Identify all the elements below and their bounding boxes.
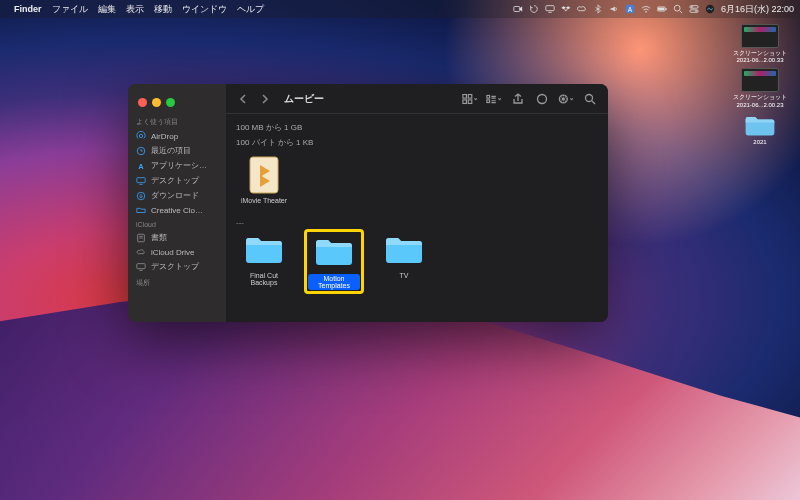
desktop-screenshot-2[interactable]: スクリーンショット 2021-06...2.00.23 — [730, 68, 790, 108]
desktop-icon — [136, 176, 146, 186]
svg-rect-22 — [468, 94, 472, 98]
search-button[interactable] — [582, 92, 598, 106]
folder-item[interactable]: Motion Templates — [306, 231, 362, 292]
desktop-item-label: スクリーンショット 2021-06...2.00.33 — [730, 50, 790, 64]
spotlight-icon[interactable] — [673, 4, 683, 14]
share-button[interactable] — [510, 92, 526, 106]
menu-edit[interactable]: 編集 — [98, 3, 116, 16]
sidebar-item-label: デスクトップ — [151, 175, 199, 186]
menubar-clock[interactable]: 6月16日(水) 22:00 — [721, 3, 794, 16]
group-label: 100 バイト から 1 KB — [236, 137, 598, 148]
finder-toolbar: ムービー — [226, 84, 608, 114]
window-title: ムービー — [284, 92, 324, 106]
battery-icon[interactable] — [657, 4, 667, 14]
group-button[interactable] — [486, 92, 502, 106]
sidebar-item-desktop[interactable]: デスクトップ — [128, 173, 226, 188]
folder-icon — [136, 205, 146, 215]
menu-file[interactable]: ファイル — [52, 3, 88, 16]
svg-rect-23 — [463, 99, 467, 103]
sidebar-item-airdrop[interactable]: AirDrop — [128, 129, 226, 143]
svg-rect-31 — [250, 157, 278, 193]
desktop-folder-2021[interactable]: 2021 — [730, 113, 790, 146]
svg-rect-7 — [658, 8, 664, 11]
group-label: --- — [236, 218, 598, 227]
svg-rect-26 — [487, 99, 490, 102]
sidebar-header-icloud: iCloud — [128, 217, 226, 230]
file-item-label: Final Cut Backups — [236, 272, 292, 286]
menubar-app-name[interactable]: Finder — [14, 4, 42, 14]
sidebar-item-label: アプリケーシ… — [151, 160, 207, 171]
sidebar-item-desktop[interactable]: デスクトップ — [128, 259, 226, 274]
finder-sidebar: よく使う項目 AirDrop最近の項目Aアプリケーシ…デスクトップダウンロードC… — [128, 84, 226, 322]
svg-rect-17 — [137, 177, 145, 182]
control-center-icon[interactable] — [689, 4, 699, 14]
file-item[interactable]: iMovie Theater — [236, 156, 292, 204]
action-button[interactable] — [558, 92, 574, 106]
dropbox-icon[interactable] — [561, 4, 571, 14]
sidebar-item-label: 最近の項目 — [151, 145, 191, 156]
file-grid: Final Cut BackupsMotion TemplatesTV — [236, 227, 598, 300]
svg-rect-20 — [137, 263, 145, 268]
download-icon — [136, 191, 146, 201]
sidebar-item-folder[interactable]: Creative Clo… — [128, 203, 226, 217]
svg-rect-0 — [514, 7, 520, 12]
update-icon[interactable] — [529, 4, 539, 14]
airdrop-icon — [136, 131, 146, 141]
siri-icon[interactable] — [705, 4, 715, 14]
sidebar-item-label: 書類 — [151, 232, 167, 243]
folder-item[interactable]: Final Cut Backups — [236, 231, 292, 292]
sidebar-item-book[interactable]: 書類 — [128, 230, 226, 245]
bluetooth-icon[interactable] — [593, 4, 603, 14]
forward-button[interactable] — [258, 92, 272, 106]
view-icon-button[interactable] — [462, 92, 478, 106]
menu-view[interactable]: 表示 — [126, 3, 144, 16]
sidebar-item-cloud[interactable]: iCloud Drive — [128, 245, 226, 259]
file-grid: iMovie Theater — [236, 152, 598, 212]
folder-icon — [314, 233, 354, 271]
wifi-icon[interactable] — [641, 4, 651, 14]
clock-icon — [136, 146, 146, 156]
svg-point-12 — [695, 10, 697, 12]
finder-window[interactable]: よく使う項目 AirDrop最近の項目Aアプリケーシ…デスクトップダウンロードC… — [128, 84, 608, 322]
svg-rect-21 — [463, 94, 467, 98]
sidebar-item-label: デスクトップ — [151, 261, 199, 272]
finder-main: ムービー 100 MB から 1 GB 100 バイト から 1 KB iMov… — [226, 84, 608, 322]
sidebar-item-clock[interactable]: 最近の項目 — [128, 143, 226, 158]
sidebar-item-label: iCloud Drive — [151, 248, 195, 257]
minimize-button[interactable] — [152, 98, 161, 107]
display-icon[interactable] — [545, 4, 555, 14]
svg-rect-24 — [468, 99, 472, 103]
sidebar-item-apps[interactable]: Aアプリケーシ… — [128, 158, 226, 173]
file-item-label: Motion Templates — [308, 274, 360, 290]
sidebar-item-label: ダウンロード — [151, 190, 199, 201]
svg-point-14 — [139, 134, 142, 137]
file-item-label: TV — [400, 272, 409, 279]
back-button[interactable] — [236, 92, 250, 106]
zoom-icon[interactable] — [513, 4, 523, 14]
finder-content[interactable]: 100 MB から 1 GB 100 バイト から 1 KB iMovie Th… — [226, 114, 608, 322]
menu-window[interactable]: ウインドウ — [182, 3, 227, 16]
input-source-icon[interactable]: A — [625, 4, 635, 14]
svg-rect-25 — [487, 95, 490, 98]
menubar: Finder ファイル 編集 表示 移動 ウインドウ ヘルプ A 6月16日(水… — [0, 0, 800, 18]
screenshot-thumbnail-icon — [741, 24, 779, 48]
svg-point-8 — [674, 5, 680, 11]
volume-icon[interactable] — [609, 4, 619, 14]
menu-help[interactable]: ヘルプ — [237, 3, 264, 16]
folder-item[interactable]: TV — [376, 231, 432, 292]
imovie-theater-icon — [244, 156, 284, 194]
creative-cloud-icon[interactable] — [577, 4, 587, 14]
folder-icon — [384, 231, 424, 269]
svg-point-29 — [562, 97, 564, 99]
zoom-button[interactable] — [166, 98, 175, 107]
desktop-screenshot-1[interactable]: スクリーンショット 2021-06...2.00.33 — [730, 24, 790, 64]
close-button[interactable] — [138, 98, 147, 107]
svg-rect-10 — [690, 10, 698, 12]
tags-button[interactable] — [534, 92, 550, 106]
sidebar-item-download[interactable]: ダウンロード — [128, 188, 226, 203]
group-label: 100 MB から 1 GB — [236, 122, 598, 133]
sidebar-header-favorites: よく使う項目 — [128, 113, 226, 129]
svg-rect-6 — [666, 8, 667, 10]
window-controls — [128, 90, 226, 113]
menu-go[interactable]: 移動 — [154, 3, 172, 16]
